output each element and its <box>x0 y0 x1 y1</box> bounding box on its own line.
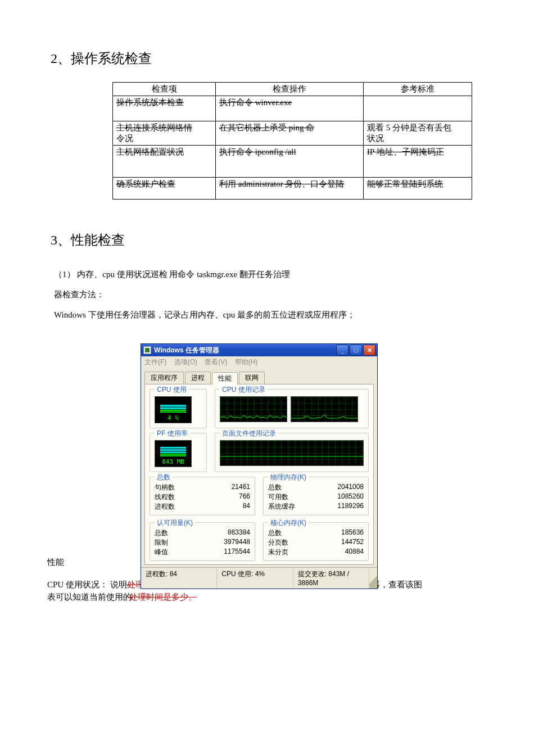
cell-text: 状况 <box>367 134 384 143</box>
resize-grip[interactable] <box>369 568 377 588</box>
th-op: 检查操作 <box>216 83 364 96</box>
cell-text: 利用 administrator 身份、口令登陆 <box>219 179 344 188</box>
task-manager-window: Windows 任务管理器 _ □ ✕ 文件(F) 选项(O) 查看(V) 帮助… <box>141 343 378 589</box>
group-physical-label: 物理内存(K) <box>268 473 309 482</box>
label: 可用数 <box>268 492 288 502</box>
section-2-heading: 2、操作系统检查 <box>51 49 483 67</box>
cell-text <box>364 96 472 121</box>
label: 总数 <box>268 483 282 492</box>
value: 1085260 <box>337 492 364 502</box>
value: 2041008 <box>337 483 364 492</box>
group-kernel-label: 核心内存(K) <box>268 518 309 528</box>
pf-usage-value: 843 MB <box>162 458 184 465</box>
tab-processes[interactable]: 进程 <box>185 372 211 384</box>
tab-networking[interactable]: 联网 <box>239 372 265 384</box>
cell-text: 操作系统版本检查 <box>116 98 184 107</box>
label: 系统缓存 <box>268 502 295 511</box>
value: 84 <box>243 502 250 511</box>
cell-text: IP 地址、子网掩码正 <box>367 147 444 156</box>
group-pf-usage-label: PF 使用率 <box>155 429 190 438</box>
cpu-usage-meter: 4 % <box>155 396 192 423</box>
cell-text: 主机网络配置状况 <box>116 147 184 156</box>
close-button[interactable]: ✕ <box>363 345 375 356</box>
group-commit-label: 认可用量(K) <box>155 518 195 528</box>
value: 144752 <box>341 538 364 547</box>
cpu-usage-label: CPU 使用状况： <box>47 580 108 590</box>
value: 40884 <box>345 547 364 557</box>
label: 分页数 <box>268 538 288 547</box>
cell-text: 执行命令 winver.exe <box>219 98 292 107</box>
label: 总数 <box>155 528 168 538</box>
menu-options[interactable]: 选项(O) <box>174 358 197 366</box>
overlay-text: 说明 <box>110 580 127 590</box>
tab-strip: 应用程序 进程 性能 联网 <box>141 368 377 384</box>
paragraph: Windows 下使用任务治理器，记录占用内存、cpu 最多的前五位进程或应用程… <box>54 306 483 323</box>
value: 1189296 <box>337 502 364 511</box>
status-commit: 提交更改: 843M / 3886M <box>293 568 369 588</box>
overlay-text: 表可以知道当前使用的 <box>47 592 132 603</box>
app-icon <box>143 346 151 354</box>
maximize-button[interactable]: □ <box>350 345 362 356</box>
status-cpu: CPU 使用: 4% <box>217 568 293 588</box>
performance-panel: CPU 使用 4 % CPU 使用记录 <box>144 384 374 565</box>
pf-history-graph <box>220 440 364 466</box>
cell-text: 在其它机器上承受 ping 命 <box>219 123 314 132</box>
table-row: 操作系统版本检查 执行命令 winver.exe <box>113 96 472 121</box>
label: 进程数 <box>155 502 175 511</box>
side-label-performance: 性能 <box>47 557 64 568</box>
group-totals-label: 总数 <box>155 473 173 482</box>
cell-text: 观看 5 分钟是否有丢包 <box>367 123 451 132</box>
cell-text: 令况 <box>116 134 133 143</box>
cpu-history-graph-1 <box>220 396 287 422</box>
kernel-memory-group: 核心内存(K) 总数185636 分页数144752 未分页40884 <box>263 522 369 561</box>
titlebar: Windows 任务管理器 _ □ ✕ <box>141 344 377 356</box>
tab-applications[interactable]: 应用程序 <box>144 372 184 384</box>
tab-performance[interactable]: 性能 <box>212 372 238 384</box>
value: 1175544 <box>224 547 250 557</box>
value: 21461 <box>232 483 250 492</box>
menubar: 文件(F) 选项(O) 查看(V) 帮助(H) <box>141 356 377 368</box>
label: 峰值 <box>155 547 168 557</box>
commit-charge-group: 认可用量(K) 总数863384 限制3979448 峰值1175544 <box>150 522 255 561</box>
cell-text: 执行命令 ipconfig /all <box>219 147 296 156</box>
cpu-history-graph-2 <box>291 396 358 422</box>
menu-help[interactable]: 帮助(H) <box>235 358 258 366</box>
paragraph: （1） 内存、cpu 使用状况巡检 用命令 taskmgr.exe 翻开任务治理 <box>54 266 483 283</box>
physical-memory-group: 物理内存(K) 总数2041008 可用数1085260 系统缓存1189296 <box>263 477 369 515</box>
totals-group: 总数 句柄数21461 线程数766 进程数84 <box>150 477 255 515</box>
value: 863384 <box>228 528 250 538</box>
menu-file[interactable]: 文件(F) <box>144 358 166 366</box>
value: 3979448 <box>224 538 250 547</box>
group-cpu-usage-label: CPU 使用 <box>155 385 189 395</box>
overlay-text-strike: 处理时间是多少。 <box>129 592 197 603</box>
minimize-button[interactable]: _ <box>336 345 349 356</box>
th-std: 参考标准 <box>364 83 472 96</box>
menu-view[interactable]: 查看(V) <box>205 358 227 366</box>
label: 句柄数 <box>155 483 175 492</box>
table-row: 主机连接系统网络情令况 在其它机器上承受 ping 命 观看 5 分钟是否有丢包… <box>113 121 472 146</box>
status-bar: 进程数: 84 CPU 使用: 4% 提交更改: 843M / 3886M <box>141 567 377 588</box>
pf-usage-meter: 843 MB <box>155 440 192 467</box>
value: 766 <box>239 492 250 502</box>
cell-text: 确系统账户检查 <box>116 179 175 188</box>
group-pf-history-label: 页面文件使用记录 <box>220 429 278 438</box>
section-3-heading: 3、性能检查 <box>51 231 483 249</box>
cell-text: 主机连接系统网络情 <box>116 123 192 132</box>
status-processes: 进程数: 84 <box>141 568 217 588</box>
table-row: 确系统账户检查 利用 administrator 身份、口令登陆 能够正常登陆到… <box>113 178 472 200</box>
cell-text: 能够正常登陆到系统 <box>367 179 443 188</box>
os-check-table: 检查项 检查操作 参考标准 操作系统版本检查 执行命令 winver.exe 主… <box>112 82 472 200</box>
paragraph: 器检查方法： <box>54 286 483 303</box>
label: 总数 <box>268 528 282 538</box>
window-title: Windows 任务管理器 <box>154 346 219 355</box>
value: 185636 <box>341 528 364 538</box>
table-row: 主机网络配置状况 执行命令 ipconfig /all IP 地址、子网掩码正 <box>113 146 472 178</box>
label: 限制 <box>155 538 168 547</box>
label: 未分页 <box>268 547 288 557</box>
th-item: 检查项 <box>113 83 216 96</box>
group-cpu-history-label: CPU 使用记录 <box>220 385 268 395</box>
cpu-usage-value: 4 % <box>168 414 179 422</box>
label: 线程数 <box>155 492 175 502</box>
